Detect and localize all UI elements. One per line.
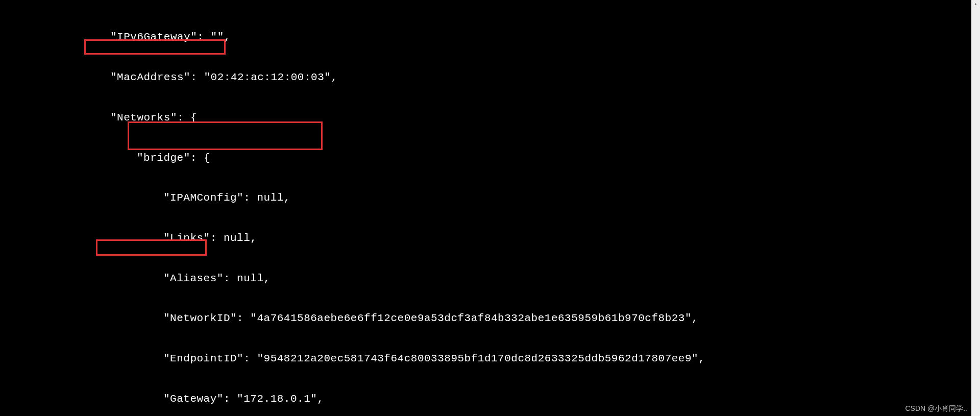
scrollbar-up-arrow-icon[interactable]: ▴ xyxy=(971,0,980,9)
json-line: "Networks": { xyxy=(31,111,980,125)
json-line-bridge: "bridge": { xyxy=(31,152,980,165)
json-line: "NetworkID": "4a7641586aebe6e6ff12ce0e9a… xyxy=(31,312,980,325)
json-line: "EndpointID": "9548212a20ec581743f64c800… xyxy=(31,352,980,365)
vertical-scrollbar[interactable]: ▴ xyxy=(971,0,980,416)
csdn-watermark: CSDN @小肖同学.. xyxy=(905,404,967,413)
json-line: "IPv6Gateway": "", xyxy=(31,31,980,44)
json-line: "Links": null, xyxy=(31,232,980,245)
json-line-gateway: "Gateway": "172.18.0.1", xyxy=(31,393,980,406)
json-line: "MacAddress": "02:42:ac:12:00:03", xyxy=(31,71,980,84)
terminal-output: "IPv6Gateway": "", "MacAddress": "02:42:… xyxy=(0,0,980,416)
json-line: "Aliases": null, xyxy=(31,272,980,285)
json-line: "IPAMConfig": null, xyxy=(31,191,980,205)
scrollbar-track[interactable] xyxy=(971,9,980,407)
